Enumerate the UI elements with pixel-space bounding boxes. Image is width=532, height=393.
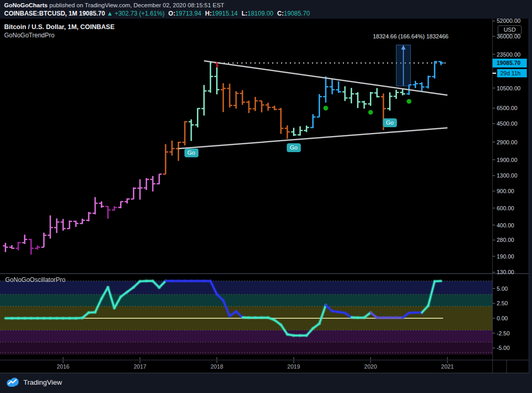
symbol-name: COINBASE:BTCUSD, 1M xyxy=(4,10,77,17)
oscillator-line-segment xyxy=(76,318,82,318)
publisher-name: GoNoGoCharts xyxy=(4,2,48,8)
green-dot-signal xyxy=(407,99,411,104)
price-axis-label[interactable]: 130.00 xyxy=(497,269,514,275)
year-label-2018[interactable]: 2018 xyxy=(210,363,223,370)
price-axis-label[interactable]: 1300.00 xyxy=(497,172,517,179)
year-label-2016[interactable]: 2016 xyxy=(57,363,69,370)
bar-countdown-badge: 29d 11h xyxy=(497,69,527,77)
high-label: H: xyxy=(205,10,212,17)
indicator-name-oscillatorpro[interactable]: GoNoGoOscillatorPro xyxy=(5,276,65,283)
tradingview-chart-screenshot: 18324.66 (166.64%) 183246652000.0036000.… xyxy=(0,0,532,393)
price-change: ▲ +302.73 (+1.61%) xyxy=(107,10,164,17)
go-signal-badge: Go xyxy=(287,143,301,152)
price-axis-label[interactable]: 52000.00 xyxy=(497,18,521,24)
chart-canvas[interactable]: 18324.66 (166.64%) 183246652000.0036000.… xyxy=(0,0,532,393)
oscillator-axis-label[interactable]: 2.50 xyxy=(497,300,508,306)
year-label-2017[interactable]: 2017 xyxy=(134,363,146,370)
chart-title: Bitcoin / U.S. Dollar, 1M, COINBASE xyxy=(4,23,115,31)
year-label-2020[interactable]: 2020 xyxy=(364,363,377,370)
price-axis-label[interactable]: 4500.00 xyxy=(497,120,517,127)
footer: TradingView xyxy=(6,377,62,387)
oscillator-axis-label[interactable]: -2.50 xyxy=(497,330,510,336)
year-label-2019[interactable]: 2019 xyxy=(287,363,300,370)
publisher-line: GoNoGoCharts published on TradingView.co… xyxy=(4,2,532,9)
last-price: 19085.70 xyxy=(79,10,105,17)
go-signal-badge: Go xyxy=(184,148,198,157)
price-axis-label[interactable]: 280.00 xyxy=(497,237,514,243)
oscillator-line-segment xyxy=(287,334,294,335)
price-axis-label[interactable]: 2900.00 xyxy=(497,139,517,145)
oscillator-band xyxy=(0,294,493,306)
price-axis-label[interactable]: 190.00 xyxy=(497,253,514,260)
measure-label: 18324.66 (166.64%) 1832466 xyxy=(373,33,449,39)
close-label: C: xyxy=(277,10,284,17)
tradingview-logo-icon[interactable] xyxy=(6,377,20,387)
oscillator-axis-label[interactable]: -5.00 xyxy=(497,345,510,351)
year-label-2021[interactable]: 2021 xyxy=(441,363,454,370)
open-value: 19713.94 xyxy=(175,10,201,17)
oscillator-line-segment xyxy=(243,317,249,318)
symbol-line[interactable]: COINBASE:BTCUSD, 1M 19085.70 ▲ +302.73 (… xyxy=(4,9,532,18)
oscillator-line-segment xyxy=(332,311,338,312)
price-axis-label[interactable]: 23500.00 xyxy=(497,51,521,58)
oscillator-line-segment xyxy=(339,312,345,313)
price-axis-label[interactable]: 600.00 xyxy=(497,205,514,211)
tradingview-brand-text[interactable]: TradingView xyxy=(23,378,62,386)
high-value: 19915.14 xyxy=(211,10,237,17)
low-value: 18109.00 xyxy=(247,10,273,17)
currency-badge[interactable]: USD xyxy=(498,25,522,34)
green-dot-signal xyxy=(368,110,373,115)
oscillator-line-segment xyxy=(435,281,441,281)
price-axis-label[interactable]: 10500.00 xyxy=(497,85,521,91)
oscillator-line-segment xyxy=(351,317,357,318)
oscillator-band xyxy=(0,281,493,294)
oscillator-line-segment xyxy=(89,313,95,313)
price-axis-label[interactable]: 1900.00 xyxy=(497,157,517,163)
last-price-badge: 19085.70 xyxy=(493,59,527,67)
publisher-rest: published on TradingView.com, December 0… xyxy=(48,2,224,8)
low-label: L: xyxy=(242,10,247,17)
oscillator-axis-label[interactable]: 5.00 xyxy=(497,286,508,292)
indicator-name-trendpro: GoNoGoTrendPro xyxy=(4,31,115,39)
oscillator-line-segment xyxy=(140,281,146,281)
price-axis-label[interactable]: 6500.00 xyxy=(497,105,517,111)
oscillator-axis-label[interactable]: 0.00 xyxy=(497,315,508,321)
oscillator-line-segment xyxy=(409,313,415,313)
oscillator-band xyxy=(0,330,493,342)
open-label: O: xyxy=(168,10,175,17)
go-signal-badge: Go xyxy=(383,118,397,127)
chart-legend[interactable]: Bitcoin / U.S. Dollar, 1M, COINBASE GoNo… xyxy=(4,23,115,39)
header: GoNoGoCharts published on TradingView.co… xyxy=(0,0,532,19)
green-dot-signal xyxy=(323,106,328,111)
close-value: 19085.70 xyxy=(284,10,310,17)
price-axis-label[interactable]: 400.00 xyxy=(497,222,514,228)
price-axis-label[interactable]: 900.00 xyxy=(497,188,514,194)
